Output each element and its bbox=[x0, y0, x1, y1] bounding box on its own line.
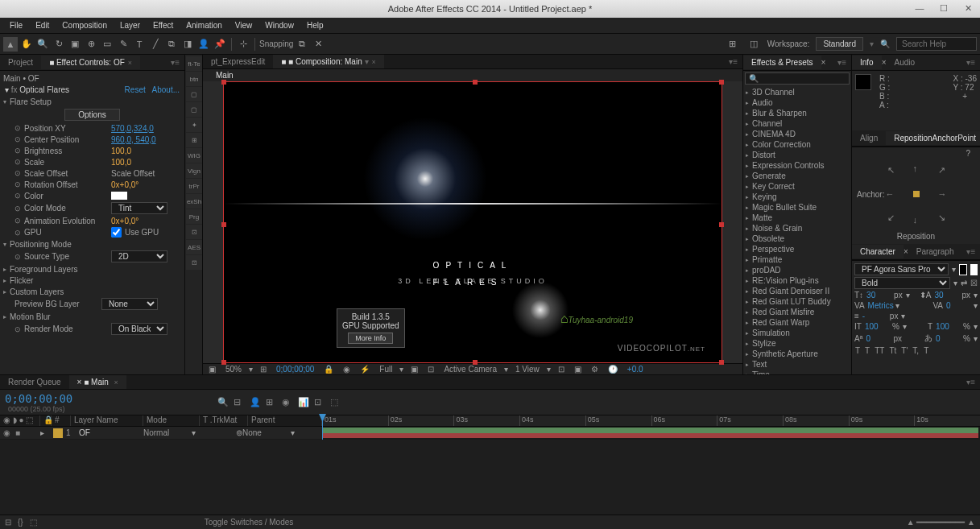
effects-category[interactable]: ▸Matte bbox=[744, 213, 850, 223]
tab-align[interactable]: Align bbox=[852, 131, 886, 145]
menu-view[interactable]: View bbox=[229, 19, 259, 31]
ruler-mark[interactable]: 03s bbox=[453, 415, 519, 426]
pen-tool[interactable]: ✎ bbox=[116, 37, 130, 52]
grid-icon[interactable]: ⊞ bbox=[726, 37, 740, 52]
positioning-group[interactable]: Positioning Mode bbox=[10, 240, 72, 249]
tl-brain-icon[interactable]: ⊡ bbox=[314, 397, 325, 408]
anchor-grid[interactable]: ↖↑↗ ←→ ↙↓↘ bbox=[892, 170, 941, 218]
strip-2[interactable]: ▢ bbox=[186, 87, 202, 101]
strip-4[interactable]: ✦ bbox=[186, 118, 202, 132]
tab-render-queue[interactable]: Render Queue bbox=[0, 375, 69, 389]
tl-fx-icon[interactable]: ⊞ bbox=[266, 397, 277, 408]
effects-category[interactable]: ▸Perspective bbox=[744, 244, 850, 254]
param-value[interactable]: 0x+0,0° bbox=[111, 217, 139, 225]
effects-category[interactable]: ▸Synthetic Aperture bbox=[744, 349, 850, 359]
timecode-display[interactable]: 0;00;00;00 bbox=[274, 365, 316, 374]
effect-name[interactable]: Optical Flares bbox=[19, 85, 69, 94]
tl-blur-icon[interactable]: ◉ bbox=[282, 397, 293, 408]
tab-info[interactable]: Info bbox=[852, 56, 882, 69]
hand-tool[interactable]: ✋ bbox=[19, 37, 34, 52]
menu-file[interactable]: File bbox=[3, 19, 29, 31]
menu-help[interactable]: Help bbox=[300, 19, 330, 31]
source-type-dropdown[interactable]: 2D bbox=[111, 250, 167, 262]
stroke-color[interactable] bbox=[970, 264, 978, 275]
about-link[interactable]: About... bbox=[152, 85, 180, 94]
effects-category[interactable]: ▸Stylize bbox=[744, 338, 850, 349]
composition-frame[interactable]: OPTICALFLARES 3D LENS FLARE STUDIO Build… bbox=[223, 81, 722, 363]
effects-category[interactable]: ▸Red Giant Misfire bbox=[744, 307, 850, 317]
shape-tool[interactable]: ▭ bbox=[100, 37, 114, 52]
tl-search-icon[interactable]: 🔍 bbox=[217, 397, 229, 408]
strip-btn[interactable]: btn bbox=[186, 72, 202, 86]
resolution-dropdown[interactable]: Full bbox=[377, 365, 395, 374]
strip-exsh[interactable]: exSh bbox=[186, 194, 202, 209]
tl-graph-icon[interactable]: 📊 bbox=[298, 397, 309, 408]
strip-trpr[interactable]: trPr bbox=[186, 179, 202, 193]
font-family-dropdown[interactable]: PF Agora Sans Pro bbox=[854, 263, 949, 275]
workspace-dropdown[interactable]: Standard bbox=[816, 37, 863, 51]
search-help-input[interactable] bbox=[896, 37, 977, 51]
baseline[interactable]: 0 bbox=[866, 334, 890, 343]
camera-dropdown[interactable]: Active Camera bbox=[441, 365, 499, 374]
effects-category[interactable]: ▸RE:Vision Plug-ins bbox=[744, 275, 850, 286]
layer-row[interactable]: ◉■ ▸ 1 OF Normal▾ ⊚ None▾ bbox=[0, 427, 980, 440]
text-transform-icon[interactable]: TT bbox=[875, 346, 884, 355]
param-value[interactable]: 100,0 bbox=[111, 147, 131, 155]
effects-category[interactable]: ▸Distort bbox=[744, 150, 850, 160]
menu-window[interactable]: Window bbox=[258, 19, 300, 31]
no-color-icon[interactable]: ☒ bbox=[970, 279, 978, 287]
ruler-mark[interactable]: 09s bbox=[849, 415, 915, 426]
effects-category[interactable]: ▸Magic Bullet Suite bbox=[744, 202, 850, 213]
effects-category[interactable]: ▸Generate bbox=[744, 171, 850, 181]
text-transform-icon[interactable]: T bbox=[924, 346, 928, 355]
motionblur-group[interactable]: Motion Blur bbox=[10, 312, 51, 321]
ruler-mark[interactable]: 06s bbox=[651, 415, 717, 426]
ruler-mark[interactable]: 04s bbox=[519, 415, 585, 426]
strip-13[interactable]: ⊡ bbox=[186, 255, 202, 270]
panel-menu-icon[interactable]: ▾≡ bbox=[166, 58, 184, 67]
snapping-label[interactable]: Snapping bbox=[259, 39, 293, 48]
layer-mode[interactable]: Normal bbox=[143, 428, 192, 437]
effects-category[interactable]: ▸Primatte bbox=[744, 254, 850, 265]
reset-link[interactable]: Reset bbox=[125, 85, 146, 94]
ruler-mark[interactable]: 01s bbox=[322, 415, 388, 426]
param-value[interactable]: 100,0 bbox=[111, 158, 131, 167]
text-transform-icon[interactable]: T bbox=[855, 346, 860, 355]
view-dropdown[interactable]: 1 View bbox=[513, 365, 542, 374]
effects-category[interactable]: ▸3D Channel bbox=[744, 87, 850, 97]
text-transform-icon[interactable]: T, bbox=[912, 346, 919, 355]
param-value[interactable]: 570,0,324,0 bbox=[111, 124, 154, 133]
lock-icon[interactable]: ⬚ bbox=[30, 518, 37, 527]
effects-category[interactable]: ▸Time bbox=[744, 370, 850, 374]
menu-animation[interactable]: Animation bbox=[180, 19, 228, 31]
param-dropdown[interactable]: Tint bbox=[111, 202, 167, 214]
reposition-button[interactable]: Reposition bbox=[854, 230, 978, 242]
fill-color[interactable] bbox=[959, 264, 967, 275]
flicker-group[interactable]: Flicker bbox=[10, 276, 33, 285]
effects-category[interactable]: ▸Blur & Sharpen bbox=[744, 108, 850, 118]
menu-composition[interactable]: Composition bbox=[56, 19, 114, 31]
strip-vign[interactable]: Vign bbox=[186, 163, 202, 178]
param-value[interactable]: 960,0, 540,0 bbox=[111, 135, 156, 144]
expand-icon[interactable]: ⊟ bbox=[5, 518, 11, 527]
strip-5[interactable]: ⊞ bbox=[186, 133, 202, 147]
snap-icon-2[interactable]: ✕ bbox=[311, 37, 325, 52]
res-icon[interactable]: ⊞ bbox=[258, 365, 269, 374]
flare-setup-group[interactable]: Flare Setup bbox=[10, 97, 52, 106]
ruler-mark[interactable]: 10s bbox=[914, 415, 980, 426]
tab-express[interactable]: pt_ExpressEdit bbox=[203, 55, 273, 68]
type-tool[interactable]: T bbox=[132, 37, 147, 52]
text-transform-icon[interactable]: Tt bbox=[889, 346, 896, 355]
camera-tool[interactable]: ▣ bbox=[68, 37, 82, 52]
effects-category[interactable]: ▸proDAD bbox=[744, 265, 850, 275]
preview-bg-dropdown[interactable]: None bbox=[101, 298, 158, 310]
puppet-tool[interactable]: 📌 bbox=[213, 37, 227, 52]
tab-character[interactable]: Character bbox=[852, 245, 904, 258]
leading[interactable]: 30 bbox=[934, 291, 958, 300]
toggle-icon[interactable]: {} bbox=[18, 518, 23, 527]
text-transform-icon[interactable]: T bbox=[865, 346, 870, 355]
snap-icon[interactable]: ⧉ bbox=[295, 37, 309, 52]
tl-comp-icon[interactable]: ⊟ bbox=[234, 397, 245, 408]
roto-tool[interactable]: 👤 bbox=[196, 37, 211, 52]
strip-ft[interactable]: ft-Te bbox=[186, 56, 202, 71]
